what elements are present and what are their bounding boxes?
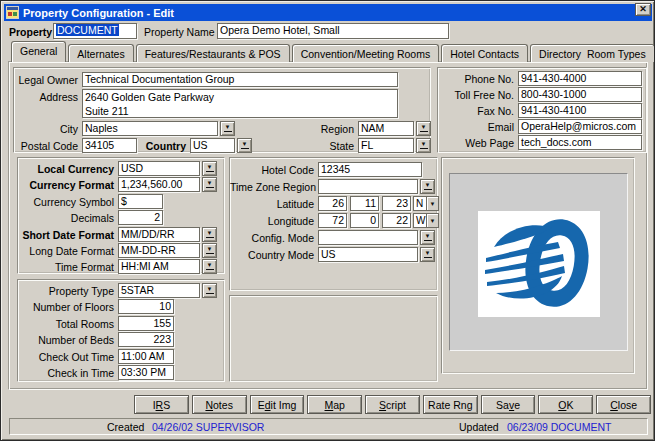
- check-out-time-field[interactable]: 11:00 AM: [118, 349, 174, 364]
- state-lov-button[interactable]: ▼: [416, 138, 431, 153]
- decimals-label: Decimals: [18, 212, 114, 224]
- short-date-format-lov-button[interactable]: ▼: [202, 227, 217, 242]
- opera-logo: [478, 211, 600, 317]
- close-button[interactable]: ✕: [635, 3, 651, 16]
- updated-label: Updated: [459, 421, 499, 433]
- latitude-minutes-field[interactable]: 11: [350, 196, 379, 211]
- chevron-down-icon[interactable]: ▼: [426, 214, 438, 227]
- tab-hotel-contacts[interactable]: Hotel Contacts: [441, 44, 528, 62]
- property-type-field[interactable]: 5STAR: [118, 283, 200, 298]
- longitude-direction-combo[interactable]: W ▼: [413, 213, 439, 228]
- total-rooms-field[interactable]: 155: [118, 316, 174, 331]
- city-field[interactable]: Naples: [82, 121, 218, 136]
- check-in-time-field[interactable]: 03:30 PM: [118, 365, 174, 380]
- close-icon: ✕: [639, 4, 647, 14]
- longitude-degrees-field[interactable]: 72: [318, 213, 347, 228]
- time-format-field[interactable]: HH:MI AM: [118, 259, 200, 274]
- address-line-1: 2640 Golden Gate Parkway: [85, 90, 395, 104]
- address-line-2: Suite 211: [85, 104, 395, 118]
- state-field[interactable]: FL: [358, 138, 414, 153]
- longitude-direction-value: W: [414, 214, 426, 227]
- ok-button[interactable]: OK: [538, 395, 593, 414]
- region-label: Region: [302, 123, 354, 135]
- latitude-direction-combo[interactable]: N ▼: [413, 196, 439, 211]
- email-field[interactable]: OperaHelp@micros.com: [518, 119, 642, 134]
- short-date-format-field[interactable]: MM/DD/RR: [118, 227, 200, 242]
- time-zone-region-field[interactable]: [318, 179, 418, 194]
- longitude-seconds-field[interactable]: 22: [382, 213, 411, 228]
- titlebar[interactable]: Property Configuration - Edit: [4, 4, 652, 21]
- tab-alternates[interactable]: Alternates: [68, 44, 133, 62]
- web-page-field[interactable]: tech_docs.com: [518, 135, 642, 150]
- currency-format-field[interactable]: 1,234,560.00: [118, 177, 200, 192]
- hotel-code-label: Hotel Code: [230, 164, 314, 176]
- number-of-floors-field[interactable]: 10: [118, 299, 174, 314]
- hotel-code-field[interactable]: 12345: [318, 162, 422, 177]
- time-format-lov-button[interactable]: ▼: [202, 259, 217, 274]
- total-rooms-label: Total Rooms: [18, 318, 114, 330]
- tab-features-restaurants-pos[interactable]: Features/Restaurants & POS: [136, 44, 290, 62]
- currency-group: Local Currency USD ▼ Currency Format 1,2…: [17, 157, 225, 274]
- chevron-down-icon[interactable]: ▼: [426, 197, 438, 210]
- currency-format-lov-button[interactable]: ▼: [202, 177, 217, 192]
- web-page-label: Web Page: [438, 137, 514, 149]
- postal-code-field[interactable]: 34105: [82, 138, 137, 153]
- save-button[interactable]: Save: [481, 395, 536, 414]
- decimals-field[interactable]: 2: [118, 210, 163, 225]
- country-mode-label: Country Mode: [230, 249, 314, 261]
- number-of-floors-label: Number of Floors: [18, 301, 114, 313]
- legal-owner-field[interactable]: Technical Documentation Group: [82, 72, 398, 87]
- long-date-format-field[interactable]: MM-DD-RR: [118, 243, 200, 258]
- map-button[interactable]: Map: [307, 395, 362, 414]
- lov-arrow-icon: ▼: [206, 231, 214, 238]
- toll-free-field[interactable]: 800-430-1000: [518, 87, 642, 102]
- number-of-beds-field[interactable]: 223: [118, 332, 174, 347]
- latitude-seconds-field[interactable]: 23: [382, 196, 411, 211]
- country-field[interactable]: US: [190, 138, 235, 153]
- city-lov-button[interactable]: ▼: [220, 121, 235, 136]
- legal-owner-label: Legal Owner: [14, 74, 78, 86]
- fax-field[interactable]: 941-430-4100: [518, 103, 642, 118]
- time-zone-region-lov-button[interactable]: ▼: [420, 179, 435, 194]
- lov-arrow-icon: ▼: [224, 125, 232, 132]
- opera-logo-graphic: [478, 211, 600, 317]
- tab-convention-meeting-rooms[interactable]: Convention/Meeting Rooms: [292, 44, 440, 62]
- close-button-footer[interactable]: Close: [596, 395, 651, 414]
- script-button[interactable]: Script: [365, 395, 420, 414]
- irs-button[interactable]: IRS: [134, 395, 189, 414]
- lov-arrow-icon: ▼: [241, 142, 249, 149]
- region-field[interactable]: NAM: [358, 121, 414, 136]
- local-currency-field[interactable]: USD: [118, 161, 200, 176]
- contact-group: Phone No. 941-430-4000 Toll Free No. 800…: [437, 67, 647, 153]
- latitude-degrees-field[interactable]: 26: [318, 196, 347, 211]
- tab-general[interactable]: General: [11, 41, 66, 62]
- local-currency-lov-button[interactable]: ▼: [202, 161, 217, 176]
- country-lov-button[interactable]: ▼: [237, 138, 252, 153]
- edit-img-button[interactable]: Edit Img: [250, 395, 305, 414]
- window-title: Property Configuration - Edit: [23, 7, 174, 19]
- property-type-label: Property Type: [18, 285, 114, 297]
- long-date-format-lov-button[interactable]: ▼: [202, 243, 217, 258]
- config-mode-field[interactable]: [318, 230, 418, 245]
- lov-arrow-icon: ▼: [206, 181, 214, 188]
- country-mode-field[interactable]: US: [318, 247, 418, 262]
- created-label: Created: [107, 421, 144, 433]
- property-type-lov-button[interactable]: ▼: [202, 283, 217, 298]
- rate-rng-button[interactable]: Rate Rng: [423, 395, 478, 414]
- region-lov-button[interactable]: ▼: [416, 121, 431, 136]
- property-name-label: Property Name: [144, 26, 215, 38]
- empty-group: [229, 295, 438, 382]
- property-name-field[interactable]: Opera Demo Hotel, Small: [217, 23, 449, 39]
- lov-arrow-icon: ▼: [206, 287, 214, 294]
- address-field[interactable]: 2640 Golden Gate Parkway Suite 211: [82, 89, 398, 118]
- config-mode-lov-button[interactable]: ▼: [420, 230, 435, 245]
- country-mode-lov-button[interactable]: ▼: [420, 247, 435, 262]
- phone-label: Phone No.: [438, 73, 514, 85]
- property-configuration-window: Property Configuration - Edit ✕ Property…: [0, 0, 655, 441]
- tab-directory-room-types[interactable]: Directory Room Types: [530, 44, 655, 62]
- longitude-minutes-field[interactable]: 0: [350, 213, 379, 228]
- phone-field[interactable]: 941-430-4000: [518, 71, 642, 86]
- property-field[interactable]: DOCUMENT: [53, 23, 137, 39]
- notes-button[interactable]: Notes: [192, 395, 247, 414]
- currency-symbol-field[interactable]: $: [118, 194, 163, 209]
